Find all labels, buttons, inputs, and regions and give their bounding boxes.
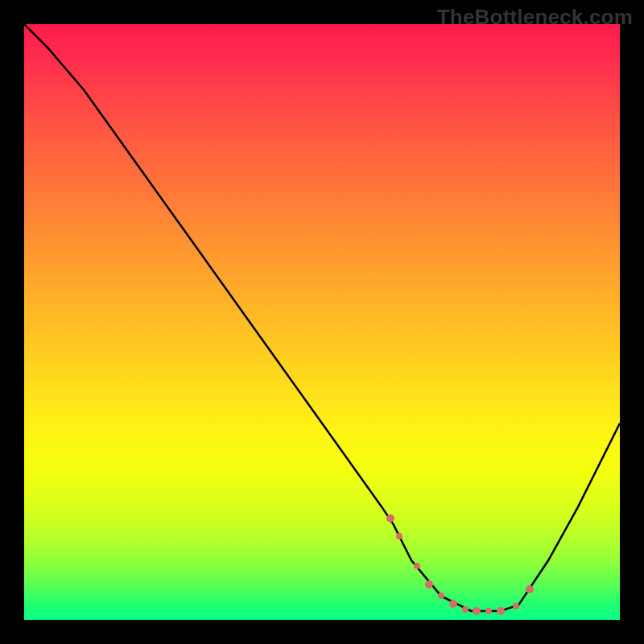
- data-marker: [526, 585, 534, 593]
- data-marker: [462, 606, 469, 613]
- data-marker: [497, 607, 505, 615]
- data-marker: [396, 533, 402, 539]
- data-marker: [386, 514, 394, 522]
- marker-group: [24, 24, 620, 620]
- plot-area: [24, 24, 620, 620]
- data-marker: [513, 603, 519, 609]
- data-marker: [473, 607, 481, 615]
- data-marker: [438, 592, 444, 599]
- data-marker: [485, 608, 492, 614]
- data-marker: [425, 580, 433, 588]
- watermark-text: TheBottleneck.com: [437, 5, 633, 30]
- data-marker: [449, 600, 457, 608]
- data-marker: [414, 563, 420, 569]
